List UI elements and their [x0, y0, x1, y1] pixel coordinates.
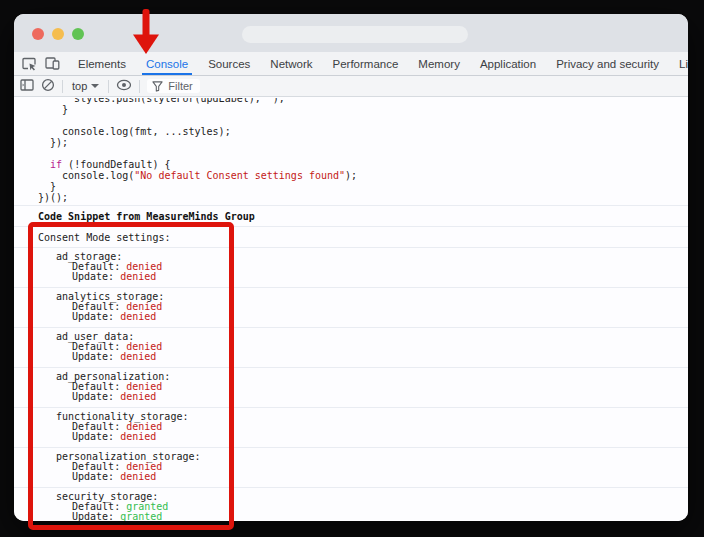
consent-value: denied	[120, 351, 156, 362]
zoom-window-button[interactable]	[72, 28, 84, 40]
console-output: styles.push(styleFor(updLabel), "); } co…	[14, 97, 688, 521]
consent-line: Update: granted	[14, 512, 688, 521]
consent-group-ad_user_data: ad_user_data:Default: deniedUpdate: deni…	[14, 328, 688, 368]
code-line	[14, 115, 688, 126]
traffic-lights	[32, 28, 84, 40]
consent-group-ad_storage: ad_storage:Default: deniedUpdate: denied	[14, 248, 688, 288]
consent-value: denied	[120, 471, 156, 482]
consent-value: denied	[120, 431, 156, 442]
tab-elements[interactable]: Elements	[68, 52, 136, 75]
consent-value: denied	[120, 391, 156, 402]
code-line: }	[14, 104, 688, 115]
filter-label: Filter	[168, 80, 192, 92]
consent-value: granted	[120, 511, 162, 521]
window-titlebar	[14, 14, 688, 52]
toolbar-separator	[108, 80, 109, 93]
chevron-down-icon	[91, 84, 99, 88]
consent-line: Update: denied	[14, 272, 688, 282]
tab-memory[interactable]: Memory	[408, 52, 470, 75]
consent-group-functionality_storage: functionality_storage:Default: deniedUpd…	[14, 408, 688, 448]
consent-line: Update: denied	[14, 352, 688, 362]
filter-input[interactable]: Filter	[147, 79, 199, 93]
toolbar-separator	[139, 80, 140, 93]
consent-line: Update: denied	[14, 392, 688, 402]
screenshot-stage: ElementsConsoleSourcesNetworkPerformance…	[0, 0, 704, 537]
code-line: });	[14, 137, 688, 148]
clear-console-icon[interactable]	[41, 78, 55, 94]
code-line	[14, 148, 688, 159]
console-toolbar: top Filter	[14, 76, 688, 97]
consent-header-log: Consent Mode settings:	[14, 227, 688, 248]
consent-value: denied	[120, 311, 156, 322]
code-line: console.log("No default Consent settings…	[14, 170, 688, 181]
tab-sources[interactable]: Sources	[198, 52, 260, 75]
devtools-tabbar: ElementsConsoleSourcesNetworkPerformance…	[14, 52, 688, 76]
minimize-window-button[interactable]	[52, 28, 64, 40]
consent-line: Update: denied	[14, 472, 688, 482]
console-sidebar-icon[interactable]	[20, 79, 34, 93]
code-line: }	[14, 181, 688, 192]
consent-group-security_storage: security_storage:Default: grantedUpdate:…	[14, 488, 688, 521]
filter-funnel-icon	[152, 81, 163, 92]
toolbar-separator	[62, 80, 63, 93]
context-selector[interactable]: top	[70, 80, 101, 92]
code-line: })();	[14, 192, 688, 203]
context-selector-label: top	[72, 80, 87, 92]
consent-line: Update: denied	[14, 312, 688, 322]
consent-group-personalization_storage: personalization_storage:Default: deniedU…	[14, 448, 688, 488]
address-bar-pill[interactable]	[242, 26, 468, 43]
consent-group-ad_personalization: ad_personalization:Default: deniedUpdate…	[14, 368, 688, 408]
console-code-entry: styles.push(styleFor(updLabel), "); } co…	[14, 97, 688, 206]
consent-log-list: ad_storage:Default: deniedUpdate: denied…	[14, 248, 688, 521]
code-line: if (!foundDefault) {	[14, 159, 688, 170]
device-toolbar-icon[interactable]	[45, 57, 60, 70]
devtools-tabs: ElementsConsoleSourcesNetworkPerformance…	[68, 52, 688, 75]
snippet-credit-log: Code Snippet from MeasureMinds Group	[14, 206, 688, 227]
tab-performance[interactable]: Performance	[323, 52, 409, 75]
close-window-button[interactable]	[32, 28, 44, 40]
consent-group-analytics_storage: analytics_storage:Default: deniedUpdate:…	[14, 288, 688, 328]
tab-privacy-and-security[interactable]: Privacy and security	[546, 52, 669, 75]
tab-application[interactable]: Application	[470, 52, 546, 75]
inspect-element-icon[interactable]	[22, 57, 36, 71]
tab-lighthouse[interactable]: Lighthouse	[669, 52, 688, 75]
consent-value: denied	[120, 271, 156, 282]
tab-network[interactable]: Network	[260, 52, 322, 75]
code-line: console.log(fmt, ...styles);	[14, 126, 688, 137]
live-expression-eye-icon[interactable]	[116, 79, 132, 93]
browser-devtools-window: ElementsConsoleSourcesNetworkPerformance…	[14, 14, 688, 521]
tab-console[interactable]: Console	[136, 52, 198, 75]
consent-line: Update: denied	[14, 432, 688, 442]
